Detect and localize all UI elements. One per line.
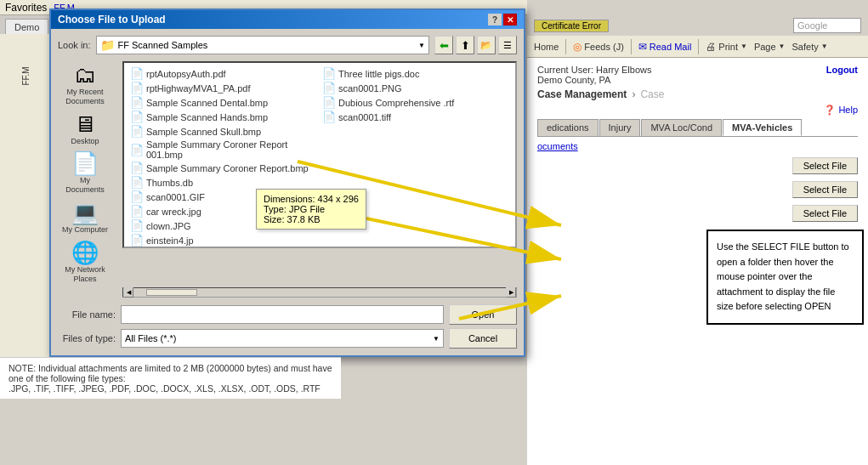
print-arrow-icon: ▼ [740,43,747,50]
file-item-r1[interactable]: 📄 Three little pigs.doc [320,66,512,81]
cert-error-bar: Certificate Error Google [527,15,868,36]
note-text: NOTE: Individual attachments are limited… [9,363,332,383]
user-details: Current User: Harry Elbows Demo County, … [537,65,651,85]
cancel-button[interactable]: Cancel [449,328,517,349]
dialog-help-button[interactable]: ? [488,14,502,26]
back-button[interactable]: ⬅ [434,36,453,54]
read-mail-button[interactable]: ✉ Read Mail [638,41,692,53]
separator3 [698,39,699,54]
help-row: ❓ Help [537,104,858,116]
up-button[interactable]: ⬆ [456,36,474,54]
folder-icon: 📁 [100,38,115,52]
home-button[interactable]: Home [534,42,559,52]
file-item-6[interactable]: 📄 Sample Summary Coroner Report 001.bmp [128,139,320,161]
favorites-label: Favorites [5,2,47,14]
note-types: .JPG, .TIF, .TIFF, .JPEG, .PDF, .DOC, .D… [9,383,321,394]
cert-error-button[interactable]: Certificate Error [534,20,609,32]
look-in-label: Look in: [58,40,91,50]
file-item-7[interactable]: 📄 Sample Summary Coroner Report.bmp [128,161,320,175]
google-search-label[interactable]: Google [793,18,861,33]
look-in-arrow: ▼ [418,42,425,49]
filetype-row: Files of type: All Files (*.*) ▼ Cancel [58,328,517,349]
file-tooltip: Dimensions: 434 x 296 Type: JPG File Siz… [256,189,366,230]
file-item-12[interactable]: 📄 einstein4.jp [128,233,320,247]
nav-recent-docs[interactable]: 🗂 My RecentDocuments [58,61,112,109]
filename-input[interactable] [121,305,444,324]
select-file-row-1: Select File [537,157,858,174]
tab-injury[interactable]: Injury [599,119,641,136]
file-item-r2[interactable]: 📄 scan0001.PNG [320,81,512,95]
jpg-icon-1: 📄 [130,205,144,218]
feeds-button[interactable]: ◎ Feeds (J) [573,41,623,53]
recent-docs-icon: 🗂 [74,64,96,86]
case-link[interactable]: Case [640,88,664,100]
file-item-2[interactable]: 📄 rptHighwayMVA1_PA.pdf [128,81,320,95]
print-icon: 🖨 [706,41,716,53]
network-icon: 🌐 [71,241,99,264]
logout-button[interactable]: Logout [826,65,858,75]
look-in-row: Look in: 📁 FF Scanned Samples ▼ ⬅ ⬆ 📂 ☰ [58,36,517,54]
file-item-8[interactable]: 📄 Thumbs.db [128,175,320,190]
bmp-icon-4: 📄 [130,144,144,156]
mail-icon: ✉ [638,41,647,53]
look-in-folder-display: 📁 FF Scanned Samples [100,38,208,52]
look-in-select[interactable]: 📁 FF Scanned Samples ▼ [96,36,429,54]
help-icon: ❓ [824,105,836,115]
bmp-icon-5: 📄 [130,162,144,174]
tab-mva-vehicles[interactable]: MVA-Vehicles [723,119,802,136]
tab-medications[interactable]: edications [537,119,599,136]
new-folder-button[interactable]: 📂 [477,36,496,54]
file-item-5[interactable]: 📄 Sample Scanned Skull.bmp [128,124,320,139]
file-item-13[interactable]: 📄 Publication2 [128,247,320,248]
print-button[interactable]: 🖨 Print ▼ [706,41,747,53]
page-button[interactable]: Page ▼ [754,42,786,52]
file-item-3[interactable]: 📄 Sample Scanned Dental.bmp [128,95,320,110]
scroll-thumb[interactable] [146,289,197,296]
background-text: FF.M [21,66,31,85]
filetype-arrow: ▼ [433,335,440,343]
documents-link[interactable]: ocuments [537,140,858,152]
nav-my-computer[interactable]: 💻 My Computer [58,199,112,237]
nav-network-places[interactable]: 🌐 My NetworkPlaces [58,239,112,286]
view-button[interactable]: ☰ [498,36,517,54]
help-link[interactable]: Help [838,105,858,115]
bmp-icon-1: 📄 [130,96,144,109]
dialog-title: Choose File to Upload [58,14,166,26]
file-item-r4[interactable]: 📄 scan0001.tiff [320,110,512,124]
open-button[interactable]: Open [449,304,517,325]
upload-dialog: Choose File to Upload ? ✕ Look in: 📁 FF … [49,9,525,357]
safety-button[interactable]: Safety ▼ [792,42,828,52]
feeds-icon: ◎ [573,41,582,53]
look-in-toolbar: ⬅ ⬆ 📂 ☰ [434,36,517,54]
file-list-area[interactable]: 📄 rptAutopsyAuth.pdf 📄 rptHighwayMVA1_PA… [122,61,517,248]
select-file-button-3[interactable]: Select File [792,205,858,222]
file-item-1[interactable]: 📄 rptAutopsyAuth.pdf [128,66,320,81]
file-item-r3[interactable]: 📄 Dubious Comprehensive .rtf [320,95,512,110]
breadcrumb: Case Management › Case [537,88,858,100]
scroll-right-arrow[interactable]: ▶ [506,287,516,298]
left-nav-panel: 🗂 My RecentDocuments 🖥 Desktop 📄 My Docu… [58,61,116,286]
select-file-row-3: Select File [537,205,858,222]
county-label: Demo County, PA [537,75,651,85]
png-icon: 📄 [322,82,336,94]
select-file-row-2: Select File [537,181,858,198]
dialog-body: Look in: 📁 FF Scanned Samples ▼ ⬅ ⬆ 📂 ☰ [51,29,524,355]
file-item-4[interactable]: 📄 Sample Scanned Hands.bmp [128,110,320,124]
desktop-icon: 🖥 [74,113,96,135]
scroll-left-arrow[interactable]: ◀ [123,287,133,298]
tabs-row: edications Injury MVA Loc/Cond MVA-Vehic… [537,119,858,137]
filetype-select[interactable]: All Files (*.*) ▼ [121,329,444,348]
dialog-close-button[interactable]: ✕ [503,14,517,26]
nav-desktop[interactable]: 🖥 Desktop [58,111,112,149]
separator2 [631,39,632,54]
page-arrow-icon: ▼ [779,43,786,50]
rtf-icon: 📄 [322,96,336,109]
nav-my-documents[interactable]: 📄 My Documents [58,150,112,197]
case-mgmt-link[interactable]: Case Management [537,88,627,100]
tab-mva-loc[interactable]: MVA Loc/Cond [641,119,722,136]
safety-arrow-icon: ▼ [821,43,828,50]
select-file-button-2[interactable]: Select File [792,181,858,198]
horizontal-scrollbar[interactable]: ◀ ▶ [122,287,517,298]
select-file-button-1[interactable]: Select File [792,157,858,174]
gif-icon: 📄 [130,190,144,203]
